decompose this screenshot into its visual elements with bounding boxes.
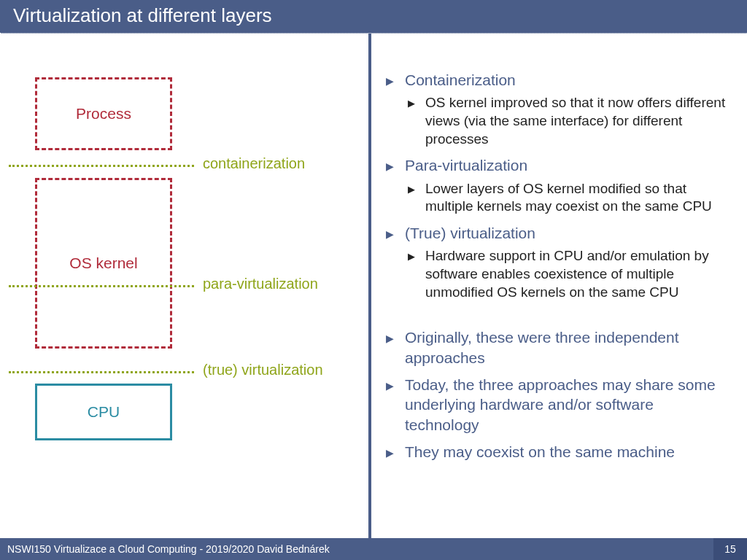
subbullet-text: Lower layers of OS kernel modified so th… [425, 180, 729, 216]
bullet-today: ▶ Today, the three approaches may share … [386, 375, 729, 435]
bullet-text: Para-virtualization [405, 155, 729, 175]
bullet-text: Containerization [405, 70, 729, 90]
subbullet-text: Hardware support in CPU and/or emulation… [425, 247, 729, 301]
process-box: Process [35, 77, 172, 150]
bullet-containerization: ▶ Containerization [386, 70, 729, 90]
bullet-arrow-icon: ▶ [386, 327, 405, 368]
bullet-coexist: ▶ They may coexist on the same machine [386, 442, 729, 462]
divider-containerization-label: containerization [203, 155, 305, 172]
process-label: Process [76, 105, 131, 122]
slide-body: Process containerization OS kernel para-… [0, 34, 747, 538]
bullet-arrow-icon: ▶ [386, 223, 405, 243]
spacer [386, 307, 729, 320]
bullet-para: ▶ Para-virtualization [386, 155, 729, 175]
bullet-arrow-icon: ▶ [408, 180, 425, 216]
bullet-text: Originally, these were three independent… [405, 327, 729, 368]
bullet-text: (True) virtualization [405, 223, 729, 243]
subbullet-containerization: ▶ OS kernel improved so that it now offe… [408, 94, 729, 148]
divider-containerization [9, 165, 194, 167]
bullet-arrow-icon: ▶ [386, 70, 405, 90]
bullet-text: They may coexist on the same machine [405, 442, 729, 462]
title-bar: Virtualization at different layers [0, 0, 747, 34]
os-kernel-box: OS kernel [35, 178, 172, 349]
bullet-originally: ▶ Originally, these were three independe… [386, 327, 729, 368]
footer-bar: NSWI150 Virtualizace a Cloud Computing -… [0, 538, 747, 560]
bullet-arrow-icon: ▶ [386, 155, 405, 175]
subbullet-text: OS kernel improved so that it now offers… [425, 94, 729, 148]
cpu-box: CPU [35, 384, 172, 440]
bullet-arrow-icon: ▶ [386, 375, 405, 435]
diagram-column: Process containerization OS kernel para-… [0, 34, 368, 538]
slide-title: Virtualization at different layers [13, 4, 272, 26]
bullet-arrow-icon: ▶ [386, 442, 405, 462]
divider-true [9, 371, 194, 373]
os-kernel-label: OS kernel [69, 254, 137, 272]
footer-text: NSWI150 Virtualizace a Cloud Computing -… [7, 543, 330, 555]
text-column: ▶ Containerization ▶ OS kernel improved … [368, 34, 747, 538]
bullet-true: ▶ (True) virtualization [386, 223, 729, 243]
divider-para-label: para-virtualization [203, 276, 318, 292]
page-number: 15 [713, 538, 747, 560]
subbullet-para: ▶ Lower layers of OS kernel modified so … [408, 180, 729, 216]
bullet-arrow-icon: ▶ [408, 94, 425, 148]
slide: Virtualization at different layers Proce… [0, 0, 747, 560]
divider-para [9, 285, 194, 287]
bullet-arrow-icon: ▶ [408, 247, 425, 301]
subbullet-true: ▶ Hardware support in CPU and/or emulati… [408, 247, 729, 301]
cpu-label: CPU [88, 403, 120, 421]
divider-true-label: (true) virtualization [203, 362, 323, 378]
bullet-text: Today, the three approaches may share so… [405, 375, 729, 435]
